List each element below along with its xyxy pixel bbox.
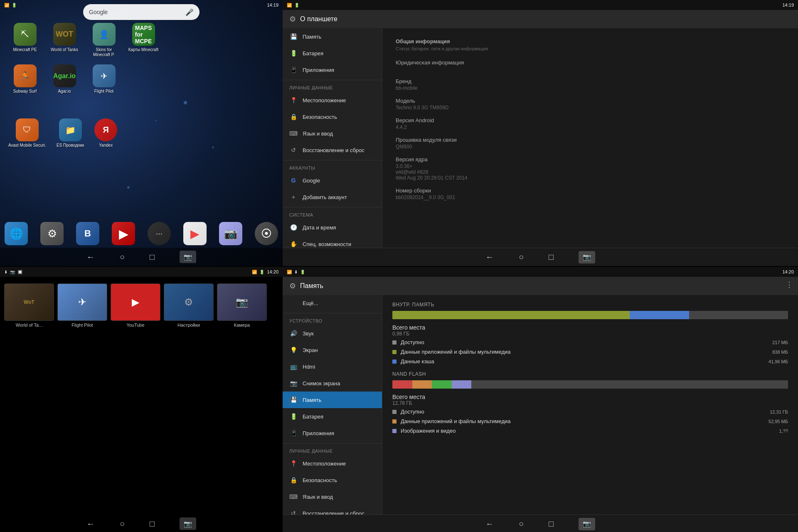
thumb-item-wot[interactable]: WoT World of Ta... — [4, 283, 54, 328]
memory-recent-button[interactable]: □ — [549, 519, 554, 529]
nand-bar-free — [471, 380, 788, 389]
general-info-subtitle: Статус батареи, сети и другая информация — [396, 46, 785, 51]
memory-panel-title: Память — [300, 282, 323, 290]
nav-security2[interactable]: 🔒 Безопасность — [283, 472, 382, 488]
settings-screenshot-button[interactable]: 📷 — [579, 251, 595, 264]
apps2-icon: 📱 — [289, 430, 298, 436]
settings-back-button[interactable]: ← — [485, 252, 494, 262]
nav-screen[interactable]: 💡 Экран — [283, 342, 382, 358]
back-button[interactable]: ← — [86, 252, 95, 262]
internal-bar-free — [689, 311, 788, 319]
legal-info-title: Юридическая информация — [396, 59, 785, 66]
nav-hdmi[interactable]: 📺 Hdmi — [283, 358, 382, 375]
nav-apps2[interactable]: 📱 Приложения — [283, 425, 382, 441]
section-device: УСТРОЙСТВО — [283, 315, 382, 325]
nav-apps[interactable]: 📱 Приложения — [283, 62, 382, 78]
nav-battery2[interactable]: 🔋 Батарея — [283, 408, 382, 425]
nav-add-account[interactable]: + Добавить аккаунт — [283, 189, 382, 205]
second-app-row: 🏃 Subway Surf Agar.io Agar.io ✈ Flight P… — [8, 64, 121, 94]
memory-gear-icon: ⚙ — [289, 281, 296, 291]
android-version-label: Версия Android — [396, 117, 785, 123]
nand-available-value: 12,31 ГБ — [770, 409, 788, 414]
model-value: Techno 9.0 3G TM959D — [396, 105, 785, 111]
app-es[interactable]: 📁 ES Проводник — [57, 118, 84, 148]
search-bar[interactable]: Google 🎤 — [83, 4, 200, 20]
app-avast[interactable]: 🛡 Avast Mobile Securi. — [8, 118, 46, 148]
kernel-value: 3.0.36+wld@wld #828Wed Aug 20 20:29:01 C… — [396, 163, 785, 181]
recent-back-button[interactable]: ← — [86, 519, 95, 529]
nav-screenshot[interactable]: 📷 Снимок экрана — [283, 375, 382, 392]
app-flight[interactable]: ✈ Flight Pilot — [87, 64, 121, 94]
location-icon: 📍 — [289, 97, 298, 103]
nav-reset2[interactable]: ↺ Восстановление и сброс — [283, 505, 382, 515]
internal-bar-cache — [630, 311, 689, 319]
dock-apps[interactable]: ⋯ — [148, 222, 171, 245]
settings-home-button[interactable]: ○ — [519, 252, 524, 262]
settings-header: ⚙ О планшете — [283, 10, 798, 28]
android-version-value: 4.4.2 — [396, 124, 785, 130]
dock-youtube[interactable]: ▶ — [112, 222, 135, 245]
nav-datetime[interactable]: 🕐 Дата и время — [283, 219, 382, 236]
recent-status-icons: ⬇ 📷 🔲 — [4, 270, 22, 274]
nand-apps-row: Данные приложений и файлы мультимедиа 52… — [392, 418, 788, 424]
nav-memory-active[interactable]: 💾 Память — [283, 392, 382, 408]
nav-sound[interactable]: 🔊 Звук — [283, 325, 382, 342]
nav-security[interactable]: 🔒 Безопасность — [283, 108, 382, 125]
app-agar[interactable]: Agar.io Agar.io — [48, 64, 81, 94]
location2-icon: 📍 — [289, 460, 298, 467]
app-wot[interactable]: WOT World of Tanks — [48, 23, 81, 57]
top-app-row: ⛏ Minecraft PE WOT World of Tanks 👤 Skin… — [8, 23, 160, 57]
thumb-item-flight[interactable]: ✈ Flight Pilot — [57, 283, 107, 328]
nav-reset[interactable]: ↺ Восстановление и сброс — [283, 142, 382, 158]
top-right-status-bar: 📶 🔋 14:19 — [283, 0, 798, 10]
settings-nav-bar: ← ○ □ 📷 — [283, 248, 798, 266]
nand-apps-label: Данные приложений и файлы мультимедиа — [401, 418, 764, 424]
nav-more[interactable]: Ещё... — [283, 295, 382, 311]
dock-bar: 🌐 ⚙ B ▶ ⋯ ▶ 📷 ⦿ — [0, 222, 283, 245]
memory-body: Ещё... УСТРОЙСТВО 🔊 Звук 💡 Экран 📺 Hdmi — [283, 295, 798, 515]
mic-icon[interactable]: 🎤 — [185, 8, 194, 16]
app-minecraft[interactable]: ⛏ Minecraft PE — [8, 23, 42, 57]
three-dot-menu[interactable]: ⋮ — [786, 280, 793, 289]
app-subway[interactable]: 🏃 Subway Surf — [8, 64, 42, 94]
settings-panel-title: О планшете — [300, 15, 337, 23]
recent-recent-button[interactable]: □ — [150, 519, 155, 529]
app-maps[interactable]: MAPSforMCPE Карты Minecraft — [127, 23, 160, 57]
dock-vk[interactable]: B — [76, 222, 99, 245]
nav-language[interactable]: ⌨ Язык и ввод — [283, 125, 382, 142]
nav-location2[interactable]: 📍 Местоположение — [283, 455, 382, 472]
app-yandex[interactable]: Я Yandex — [94, 118, 117, 148]
top-right-status-icons: 📶 🔋 — [287, 3, 299, 7]
home-button[interactable]: ○ — [120, 252, 125, 262]
memory-home-button[interactable]: ○ — [519, 519, 524, 529]
nav-accessibility[interactable]: ✋ Спец. возможности — [283, 236, 382, 248]
nav-language2[interactable]: ⌨ Язык и ввод — [283, 488, 382, 505]
cache-value: 41,96 МБ — [768, 359, 788, 364]
dock-webcam[interactable]: ⦿ — [255, 222, 278, 245]
thumb-item-camera[interactable]: 📷 Камера — [217, 283, 267, 328]
dock-play[interactable]: ▶ — [183, 222, 207, 245]
memory-nav-bar: ← ○ □ 📷 — [283, 515, 798, 532]
recent-button[interactable]: □ — [150, 252, 155, 262]
thumb-item-settings[interactable]: ⚙ Настройки — [164, 283, 214, 328]
memory-back-button[interactable]: ← — [485, 519, 494, 529]
nav-location[interactable]: 📍 Местоположение — [283, 92, 382, 108]
dock-camera[interactable]: 📷 — [219, 222, 242, 245]
recent-screenshot-button[interactable]: 📷 — [180, 517, 196, 530]
nand-bar-4 — [452, 380, 472, 389]
recent-home-button[interactable]: ○ — [120, 519, 125, 529]
settings-recent-button[interactable]: □ — [549, 252, 554, 262]
memory-screenshot-button[interactable]: 📷 — [579, 518, 595, 530]
dock-settings[interactable]: ⚙ — [40, 222, 64, 245]
screenshot-button[interactable]: 📷 — [180, 251, 196, 263]
nav-memory[interactable]: 💾 Память — [283, 28, 382, 45]
dock-browser[interactable]: 🌐 — [5, 222, 28, 245]
internal-bar-apps — [392, 311, 630, 319]
thumb-item-youtube[interactable]: ▶ YouTube — [111, 283, 160, 328]
nand-images-row: Изображения и видео 1,?? — [392, 428, 788, 434]
memory-header: ⚙ Память ⋮ — [283, 277, 798, 295]
nav-battery[interactable]: 🔋 Батарея — [283, 45, 382, 62]
app-skins[interactable]: 👤 Skins for Minecraft P. — [87, 23, 121, 57]
section-system: СИСТЕМА — [283, 209, 382, 219]
nav-google-account[interactable]: G Google — [283, 172, 382, 189]
